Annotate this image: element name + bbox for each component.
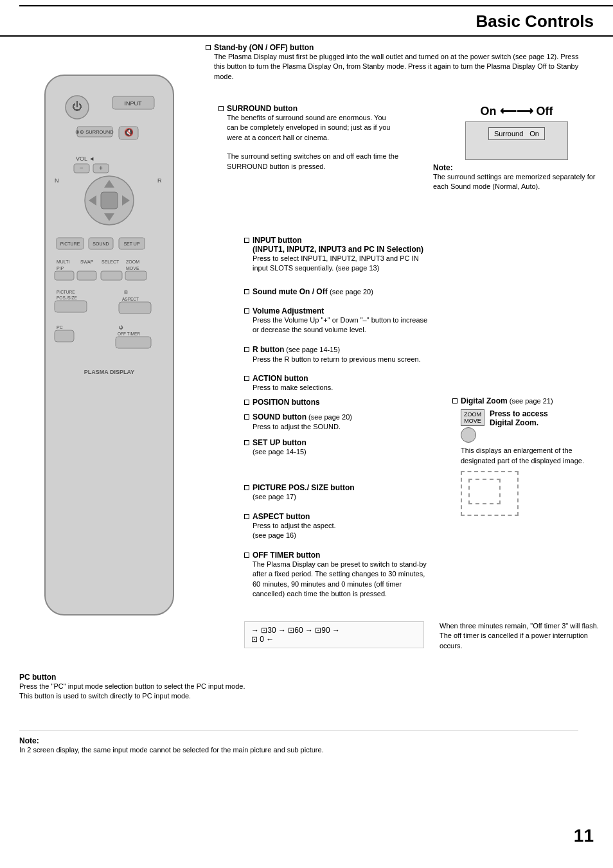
timer-formula-area: → ⊡30 → ⊡60 → ⊡90 → ⊡ 0 ← [244, 621, 424, 648]
svg-text:PICTURE: PICTURE [57, 290, 75, 294]
surround-body2: The surround setting switches on and off… [227, 152, 398, 172]
r-button-title: R button [253, 345, 284, 354]
off-timer-section: OFF TIMER button The Plasma Display can … [244, 551, 431, 599]
svg-text:MULTI: MULTI [57, 260, 70, 264]
surround-display-box: Surround On [488, 127, 545, 140]
surround-title: SURROUND button [227, 104, 398, 113]
svg-rect-48 [116, 337, 151, 348]
svg-rect-34 [101, 271, 122, 280]
zoom-preview-box [461, 471, 519, 516]
input-section: INPUT button (INPUT1, INPUT2, INPUT3 and… [244, 236, 431, 274]
svg-rect-40 [55, 301, 87, 312]
off-label: Off [537, 105, 553, 118]
press-access-label: Press to access [490, 409, 548, 418]
surround-note-label: Note: [433, 163, 600, 172]
pc-title: PC button [19, 673, 276, 682]
on-off-area: On ⟵⟶ Off Surround On Note: The surround… [433, 104, 600, 192]
sound-mute-title: Sound mute On [253, 287, 310, 296]
pc-body2: This button is used to switch directly t… [19, 691, 276, 701]
aspect-body2: (see page 16) [253, 531, 336, 540]
action-body: Press to make selections. [253, 383, 333, 393]
volume-body: Press the Volume Up "+" or Down "–" butt… [253, 315, 431, 335]
svg-text:SET UP: SET UP [123, 242, 139, 246]
pc-section: PC button Press the "PC" input mode sele… [19, 673, 276, 702]
svg-text:ZOOM: ZOOM [126, 260, 139, 264]
surround-section: SURROUND button The benefits of surround… [218, 104, 398, 172]
svg-rect-0 [45, 75, 173, 615]
r-button-section: R button (see page 14-15) Press the R bu… [244, 345, 431, 365]
svg-text:VOL ◄: VOL ◄ [76, 155, 94, 162]
svg-rect-37 [125, 271, 147, 280]
off-timer-body: The Plasma Display can be preset to swit… [253, 560, 431, 599]
picture-pos-body: (see page 17) [253, 492, 355, 502]
svg-text:🔇: 🔇 [124, 127, 134, 137]
sound-button-section: SOUND button (see page 20) Press to adju… [244, 412, 431, 432]
sound-btn-body: Press to adjust the SOUND. [253, 422, 352, 432]
volume-title: Volume Adjustment [253, 306, 431, 315]
input-body: Press to select INPUT1, INPUT2, INPUT3 a… [253, 254, 431, 274]
setup-section: SET UP button (see page 14-15) [244, 438, 379, 457]
on-label: On [480, 105, 496, 118]
svg-text:⏻: ⏻ [72, 101, 82, 112]
standby-section: Stand-by (ON / OFF) button The Plasma Di… [206, 43, 591, 82]
svg-text:PIP: PIP [57, 266, 64, 270]
svg-text:ASPECT: ASPECT [122, 297, 139, 301]
page-title: Basic Controls [19, 12, 594, 31]
svg-text:R: R [157, 177, 162, 184]
input-title: INPUT button [253, 236, 431, 245]
setup-title: SET UP button [253, 438, 306, 447]
bottom-note-label: Note: [19, 736, 578, 745]
setup-body: (see page 14-15) [253, 447, 306, 457]
svg-rect-45 [55, 330, 74, 342]
svg-rect-30 [55, 271, 74, 280]
svg-text:PICTURE: PICTURE [60, 242, 80, 246]
sound-mute-section: Sound mute On / Off (see page 20) [244, 287, 431, 297]
timer-formula: → ⊡30 → ⊡60 → ⊡90 → ⊡ 0 ← [244, 621, 424, 648]
svg-text:MOVE: MOVE [126, 266, 139, 270]
surround-body: The benefits of surround sound are enorm… [227, 113, 398, 143]
bottom-note-body: In 2 screen display, the same input mode… [19, 745, 578, 755]
surround-note-body: The surround settings are memorized sepa… [433, 172, 600, 192]
on-off-header: On ⟵⟶ Off [433, 104, 600, 118]
sound-mute-title2: / Off [310, 287, 327, 296]
aspect-title: ASPECT button [253, 512, 336, 521]
page-header: Basic Controls [0, 5, 613, 37]
timer-notes: When three minutes remain, "Off timer 3"… [440, 621, 600, 651]
svg-text:−: − [80, 164, 84, 172]
off-timer-title: OFF TIMER button [253, 551, 431, 560]
svg-rect-21 [101, 192, 118, 209]
svg-text:POS./SIZE: POS./SIZE [57, 296, 77, 300]
remote-control: ⏻ INPUT ⊕⊕ SURROUND 🔇 VOL ◄ − + N R [19, 72, 199, 650]
svg-text:+: + [99, 164, 103, 172]
aspect-section: ASPECT button Press to adjust the aspect… [244, 512, 431, 541]
sound-btn-title2: (see page 20) [306, 413, 352, 421]
svg-rect-43 [119, 302, 151, 314]
timer-note1: When three minutes remain, "Off timer 3"… [440, 621, 600, 631]
picture-pos-title: PICTURE POS./ SIZE button [253, 483, 355, 492]
svg-text:N: N [55, 177, 59, 184]
input-subtitle: (INPUT1, INPUT2, INPUT3 and PC IN Select… [253, 245, 431, 254]
action-section: ACTION button Press to make selections. [244, 374, 431, 393]
standby-title: Stand-by (ON / OFF) button [214, 43, 591, 52]
sound-mute-body: (see page 20) [330, 288, 373, 296]
svg-text:SELECT: SELECT [102, 260, 120, 264]
sound-btn-title: SOUND button [253, 412, 306, 421]
svg-text:PC: PC [57, 325, 63, 330]
standby-body: The Plasma Display must first be plugged… [214, 52, 591, 82]
svg-text:SOUND: SOUND [93, 242, 109, 246]
on-off-arrow: ⟵⟶ [500, 105, 537, 118]
svg-text:INPUT: INPUT [125, 100, 143, 107]
r-button-title2: (see page 14-15) [284, 346, 340, 353]
bottom-note: Note: In 2 screen display, the same inpu… [19, 731, 578, 755]
page-number: 11 [574, 826, 594, 846]
position-title: POSITION buttons [253, 398, 320, 407]
timer-note2: The off timer is cancelled if a power in… [440, 631, 600, 651]
svg-text:OFF TIMER: OFF TIMER [118, 332, 140, 336]
svg-rect-32 [77, 271, 96, 280]
digital-zoom-body: This displays an enlargement of the desi… [461, 446, 600, 466]
aspect-body: Press to adjust the aspect. [253, 521, 336, 531]
svg-text:⊞: ⊞ [124, 290, 128, 294]
svg-text:PLASMA DISPLAY: PLASMA DISPLAY [84, 369, 134, 375]
action-title: ACTION button [253, 374, 333, 383]
picture-pos-section: PICTURE POS./ SIZE button (see page 17) [244, 483, 431, 502]
